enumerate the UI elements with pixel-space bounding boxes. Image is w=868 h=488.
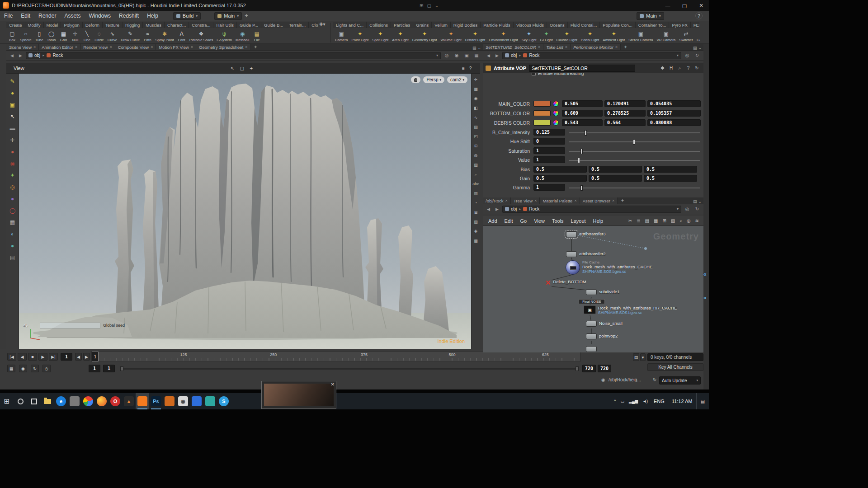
close-tab-icon[interactable]: × (612, 198, 614, 203)
shelf-tab[interactable]: Guide B... (261, 22, 286, 28)
menu-item[interactable]: Assets (60, 11, 85, 21)
close-tab-icon[interactable]: × (574, 198, 576, 203)
shelf-tab[interactable]: Texture (103, 22, 123, 28)
shelf-tab[interactable]: Vellum (432, 22, 451, 28)
shelf-tab[interactable]: Particles (391, 22, 413, 28)
shelf-tool[interactable]: ✦ Caustic Light (555, 28, 579, 44)
transport-icon[interactable]: ◀ (18, 353, 27, 361)
range-slider[interactable] (120, 368, 579, 370)
view-options-icon[interactable]: ? (469, 66, 472, 71)
taskbar-app-icon[interactable]: Ps (149, 393, 163, 409)
forward-icon[interactable]: ▶ (494, 52, 500, 59)
param-header-icon[interactable]: H (667, 66, 675, 71)
shelf-tool[interactable]: ◉ Metaball (234, 28, 251, 44)
keys-dropdown-icon[interactable]: ▾ (640, 353, 646, 361)
viewport-tool-icon[interactable]: ◎ (8, 182, 18, 192)
display-option-icon[interactable]: ◉ (472, 95, 480, 102)
close-tab-icon[interactable]: × (534, 198, 537, 203)
shelf-tool[interactable]: ✦ Environment Light (487, 28, 519, 44)
shelf-tool[interactable]: ∿ Curve (106, 28, 119, 44)
network-toolbar-icon[interactable]: ⊞ (662, 218, 666, 224)
viewport-tool-icon[interactable]: ● (8, 241, 18, 250)
taskbar-app-icon[interactable] (136, 393, 149, 409)
grid-icon[interactable]: ▦ (472, 53, 481, 58)
viewport-tool-icon[interactable]: ▬ (8, 123, 18, 133)
close-tab-icon[interactable]: × (615, 45, 618, 49)
playback-option-icon[interactable]: ↻ (31, 365, 39, 372)
network-toolbar-icon[interactable]: ≣ (637, 218, 640, 224)
taskbar-app-icon[interactable]: ▲ (122, 393, 136, 409)
pane-tab[interactable]: Material Palette× (540, 197, 580, 204)
pane-tab[interactable]: Scene View× (6, 44, 39, 50)
close-tab-icon[interactable]: × (505, 198, 508, 203)
grid-widget-icon[interactable]: ⊞ (420, 3, 423, 8)
range-start-field[interactable]: 1 (89, 365, 100, 372)
shelf-tool[interactable]: ✦ Distant Light (463, 28, 487, 44)
display-option-icon[interactable]: ▦ (472, 86, 480, 92)
tray-icon[interactable]: ▂▄▆ (627, 399, 640, 404)
menu-item[interactable]: Windows (85, 11, 115, 21)
current-frame-field[interactable]: 1 (61, 353, 72, 361)
shelf-tool[interactable]: ✦ Spot Light (370, 28, 390, 44)
shelf-tool[interactable]: ≈ Path (142, 28, 153, 44)
param-slider[interactable] (569, 141, 700, 142)
shelf-tab[interactable]: Cloud FX (309, 22, 318, 28)
playback-option-icon[interactable]: ◉ (19, 365, 27, 372)
shelf-tool[interactable]: ✦ Point Light (349, 28, 370, 44)
shelf-tab[interactable]: Constra... (189, 22, 213, 28)
viewport-tool-icon[interactable]: ● (8, 147, 18, 156)
desktop-selector[interactable]: Main▾ (214, 12, 242, 20)
pane-collapse-icon[interactable]: ⌄ (477, 46, 481, 50)
pane-menu-icon[interactable]: ▤ (693, 46, 697, 50)
network-menu-item[interactable]: Tools (548, 218, 567, 224)
color-wheel-icon[interactable] (553, 101, 559, 107)
minimize-button[interactable]: — (661, 1, 675, 10)
projection-selector[interactable]: Persp▾ (423, 76, 444, 83)
taskbar-app-icon[interactable]: e (54, 393, 68, 409)
network-menu-item[interactable]: View (530, 218, 548, 224)
shelf-tool[interactable]: ✦ Ambient Light (601, 28, 627, 44)
search-icon[interactable] (14, 393, 27, 409)
param-header-icon[interactable]: ? (684, 66, 692, 71)
shelf-tool[interactable]: ✦ Portal Light (579, 28, 601, 44)
network-menu-item[interactable]: Go (517, 218, 531, 224)
menu-item[interactable]: Render (34, 11, 60, 21)
transport-icon[interactable]: ■ (28, 353, 37, 361)
menu-item[interactable]: Redshift (115, 11, 143, 21)
shelf-add-icon[interactable]: ✚▾ (319, 22, 325, 27)
close-thumbnail-icon[interactable]: ✕ (331, 382, 335, 387)
param-slider[interactable] (569, 160, 700, 161)
network-menu-item[interactable]: Add (485, 218, 501, 224)
shelf-tool[interactable]: ◌ Circle (93, 28, 105, 44)
viewport-tool-icon[interactable]: ▦ (8, 217, 18, 227)
person-icon[interactable]: ◉ (453, 53, 461, 58)
viewport-canvas[interactable]: Persp▾ cam2▾ 49 Global seed Indie Editio… (19, 74, 471, 349)
display-option-icon[interactable]: ◧ (472, 105, 480, 111)
shelf-tab[interactable]: Rigid Bodies (451, 22, 481, 28)
shelf-tool[interactable]: ▣ Stereo Camera (627, 28, 655, 44)
tray-language[interactable]: ENG (650, 399, 668, 404)
color-swatch[interactable] (533, 110, 551, 116)
pane-tab[interactable]: Render View× (80, 44, 115, 50)
range-end-field[interactable]: 720 (582, 365, 596, 372)
shelf-tool[interactable]: ○ Sphere (18, 28, 33, 44)
display-option-icon[interactable]: ▤ (472, 124, 480, 130)
network-toolbar-icon[interactable]: ◎ (687, 218, 691, 224)
help-icon[interactable]: ? (695, 12, 703, 19)
shelf-tool[interactable]: ✦ Geometry Light (410, 28, 439, 44)
range-start-alt-field[interactable]: 1 (103, 365, 115, 372)
color-swatch[interactable] (533, 120, 551, 126)
network-node[interactable]: pointvop2 (586, 333, 618, 339)
taskbar-thumbnail-preview[interactable]: ✕ (261, 381, 336, 409)
display-option-icon[interactable]: ✛ (472, 76, 480, 83)
frame-ruler[interactable]: 125250375500625 1 (91, 351, 580, 362)
pane-tab[interactable]: Composite View× (115, 44, 156, 50)
shelf-tool[interactable]: ▣ Camera (333, 28, 349, 44)
shelf-tab[interactable]: Terrain... (286, 22, 309, 28)
pane-tab[interactable]: Geometry Spreadsheet× (196, 44, 251, 50)
network-toolbar-icon[interactable]: ≋ (695, 218, 699, 224)
tray-icon[interactable]: ◄) (640, 399, 650, 404)
start-button[interactable]: ⊞ (0, 393, 14, 409)
shelf-tab[interactable]: Modify (25, 22, 44, 28)
display-option-icon[interactable]: ◔ (472, 200, 480, 206)
